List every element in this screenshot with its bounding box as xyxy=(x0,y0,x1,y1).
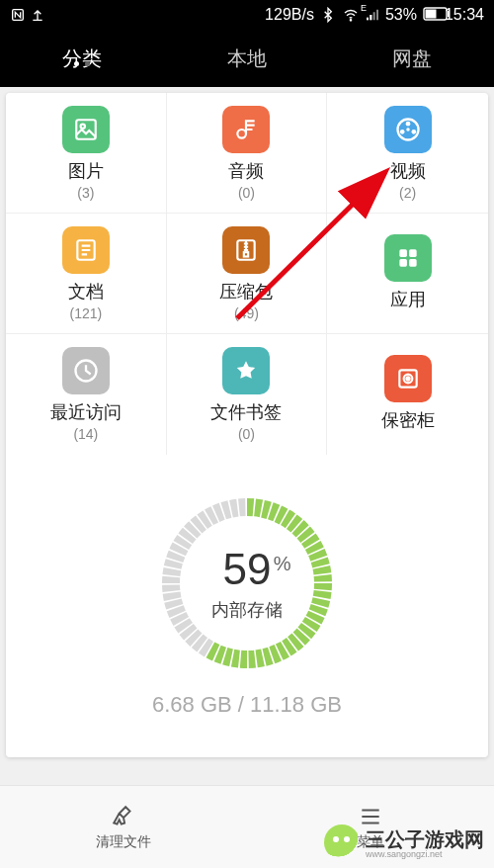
battery-icon xyxy=(423,7,439,23)
document-icon xyxy=(62,226,110,274)
category-audio[interactable]: 音频 (0) xyxy=(167,93,328,214)
tab-cloud[interactable]: 网盘 xyxy=(329,45,494,72)
svg-point-1 xyxy=(350,20,351,21)
category-video[interactable]: 视频 (2) xyxy=(327,93,488,214)
tab-bar: 分类 本地 网盘 xyxy=(0,30,494,87)
svg-point-11 xyxy=(411,130,416,134)
category-label: 音频 xyxy=(228,159,264,183)
svg-rect-15 xyxy=(244,252,248,256)
clock-icon xyxy=(62,347,110,394)
svg-point-23 xyxy=(406,377,409,380)
storage-section: 59% 内部存储 6.68 GB / 11.18 GB xyxy=(6,455,488,757)
apps-icon xyxy=(384,234,432,282)
watermark-logo-icon xyxy=(324,825,360,860)
svg-point-7 xyxy=(238,130,247,138)
category-label: 文档 xyxy=(68,280,104,304)
svg-rect-16 xyxy=(399,249,407,257)
signal-icon: E xyxy=(364,7,379,23)
category-count: (14) xyxy=(73,426,98,442)
page-dot xyxy=(85,61,90,66)
category-archives[interactable]: 压缩包 (49) xyxy=(167,214,328,334)
category-grid: 图片 (3) 音频 (0) 视频 (2) 文档 (121) xyxy=(6,93,488,455)
category-pictures[interactable]: 图片 (3) xyxy=(6,93,167,214)
tab-local[interactable]: 本地 xyxy=(165,45,330,72)
storage-text: 6.68 GB / 11.18 GB xyxy=(6,692,488,718)
svg-point-10 xyxy=(399,130,404,134)
storage-percent: 59 xyxy=(223,545,272,593)
svg-point-6 xyxy=(80,124,84,128)
battery-percent: 53% xyxy=(385,6,417,24)
watermark-title: 三公子游戏网 xyxy=(366,828,484,850)
category-label: 应用 xyxy=(390,288,426,311)
category-count: (3) xyxy=(77,185,94,201)
category-count: (0) xyxy=(238,185,255,201)
category-label: 文件书签 xyxy=(210,400,282,424)
watermark-sub: www.sangongzi.net xyxy=(366,849,484,859)
category-label: 压缩包 xyxy=(219,280,273,304)
category-count: (0) xyxy=(238,426,255,442)
status-bar: 129B/s E 53% 15:34 xyxy=(0,0,494,30)
svg-rect-17 xyxy=(409,249,417,257)
tab-category[interactable]: 分类 xyxy=(0,45,165,72)
broom-icon xyxy=(111,804,136,829)
tab-label: 网盘 xyxy=(392,47,432,69)
star-icon xyxy=(222,347,270,394)
upload-icon xyxy=(30,7,45,23)
wifi-icon xyxy=(342,7,358,23)
main-card: 图片 (3) 音频 (0) 视频 (2) 文档 (121) xyxy=(6,93,488,757)
safe-icon xyxy=(384,355,432,402)
category-recent[interactable]: 最近访问 (14) xyxy=(6,334,167,455)
svg-rect-18 xyxy=(399,259,407,267)
nfc-icon xyxy=(10,7,26,23)
category-label: 图片 xyxy=(68,159,104,183)
category-bookmarks[interactable]: 文件书签 (0) xyxy=(167,334,328,455)
clean-files-button[interactable]: 清理文件 xyxy=(0,804,247,851)
bluetooth-icon xyxy=(320,7,336,23)
video-icon xyxy=(384,106,432,153)
category-apps[interactable]: 应用 xyxy=(327,214,488,334)
archive-icon xyxy=(222,226,270,274)
storage-label: 内部存储 xyxy=(211,598,283,622)
picture-icon xyxy=(62,106,110,153)
data-rate: 129B/s xyxy=(265,6,314,24)
svg-rect-5 xyxy=(76,120,96,139)
tab-label: 本地 xyxy=(227,47,267,69)
watermark: 三公子游戏网 www.sangongzi.net xyxy=(324,825,484,860)
category-documents[interactable]: 文档 (121) xyxy=(6,214,167,334)
clock: 15:34 xyxy=(445,6,484,24)
audio-icon xyxy=(222,106,270,153)
category-label: 保密柜 xyxy=(381,408,435,432)
category-label: 最近访问 xyxy=(50,400,122,424)
svg-point-9 xyxy=(405,121,410,126)
category-count: (49) xyxy=(234,305,259,321)
category-count: (121) xyxy=(69,305,102,321)
category-label: 视频 xyxy=(390,159,426,183)
bottom-label: 清理文件 xyxy=(96,833,151,851)
svg-rect-19 xyxy=(409,259,417,267)
storage-ring[interactable]: 59% 内部存储 xyxy=(158,494,336,672)
page-dot-active xyxy=(74,61,79,66)
percent-symbol: % xyxy=(274,553,291,575)
svg-point-12 xyxy=(406,128,410,131)
category-count: (2) xyxy=(399,185,416,201)
category-safe[interactable]: 保密柜 xyxy=(327,334,488,455)
svg-rect-4 xyxy=(425,10,436,19)
